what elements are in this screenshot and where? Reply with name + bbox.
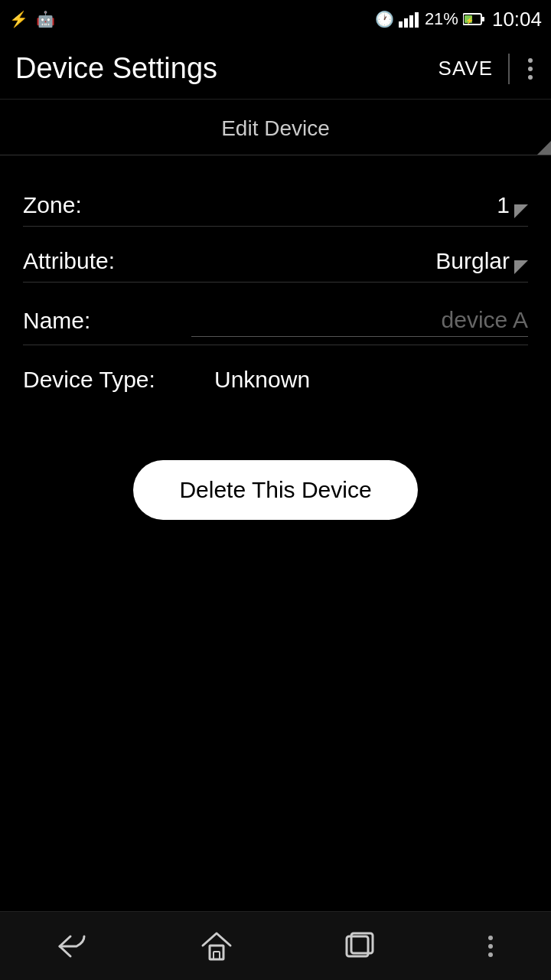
- time-display: 10:04: [492, 8, 542, 31]
- attribute-value-wrap[interactable]: Burglar: [191, 248, 528, 274]
- zone-field-row: Zone: 1: [23, 171, 528, 227]
- signal-bars-icon: [399, 11, 420, 28]
- svg-rect-5: [481, 17, 484, 21]
- name-field-row: Name:: [23, 283, 528, 345]
- home-button[interactable]: [192, 923, 241, 970]
- zone-value-wrap[interactable]: 1: [191, 192, 528, 218]
- attribute-label: Attribute:: [23, 248, 191, 274]
- name-input-wrap[interactable]: [191, 304, 528, 337]
- recents-icon: [344, 932, 374, 961]
- name-label: Name:: [23, 308, 191, 334]
- attribute-field-row: Attribute: Burglar: [23, 227, 528, 283]
- battery-icon: ⚡: [463, 13, 484, 25]
- more-options-icon[interactable]: [525, 55, 536, 83]
- recents-button[interactable]: [336, 924, 382, 969]
- attribute-dropdown-arrow: [514, 260, 528, 274]
- svg-rect-1: [404, 18, 408, 28]
- app-bar-actions: SAVE: [439, 54, 536, 84]
- status-bar-right: 🕐 21% ⚡ 10:04: [375, 8, 542, 31]
- svg-rect-0: [399, 21, 403, 28]
- svg-rect-2: [409, 15, 413, 28]
- form-section: Zone: 1 Attribute: Burglar Name: Device …: [0, 155, 551, 430]
- device-type-label: Device Type:: [23, 367, 191, 393]
- home-icon: [200, 930, 233, 962]
- page-title: Device Settings: [15, 52, 439, 85]
- save-button[interactable]: SAVE: [439, 57, 493, 80]
- alarm-icon: 🕐: [375, 10, 394, 28]
- back-button[interactable]: [47, 924, 96, 969]
- delete-device-button[interactable]: Delete This Device: [133, 460, 417, 520]
- svg-rect-3: [415, 12, 419, 28]
- bottom-navigation: [0, 911, 551, 980]
- section-title: Edit Device: [221, 116, 330, 140]
- nav-more-button[interactable]: [478, 925, 504, 968]
- device-type-row: Device Type: Unknown: [23, 345, 528, 414]
- zone-dropdown-arrow: [514, 204, 528, 218]
- back-icon: [55, 932, 89, 961]
- nav-more-icon: [485, 933, 496, 960]
- delete-button-wrap: Delete This Device: [0, 445, 551, 535]
- zone-label: Zone:: [23, 192, 191, 218]
- usb-icon: ⚡: [9, 10, 28, 28]
- app-bar: Device Settings SAVE: [0, 38, 551, 100]
- battery-percent: 21%: [425, 9, 458, 29]
- name-input[interactable]: [191, 304, 528, 337]
- device-type-value: Unknown: [214, 367, 310, 393]
- svg-text:⚡: ⚡: [465, 16, 474, 25]
- divider: [508, 54, 510, 84]
- section-header: Edit Device: [0, 100, 551, 155]
- android-icon: 🤖: [36, 10, 55, 28]
- status-bar: ⚡ 🤖 🕐 21% ⚡ 10:04: [0, 0, 551, 38]
- status-bar-left: ⚡ 🤖: [9, 10, 55, 28]
